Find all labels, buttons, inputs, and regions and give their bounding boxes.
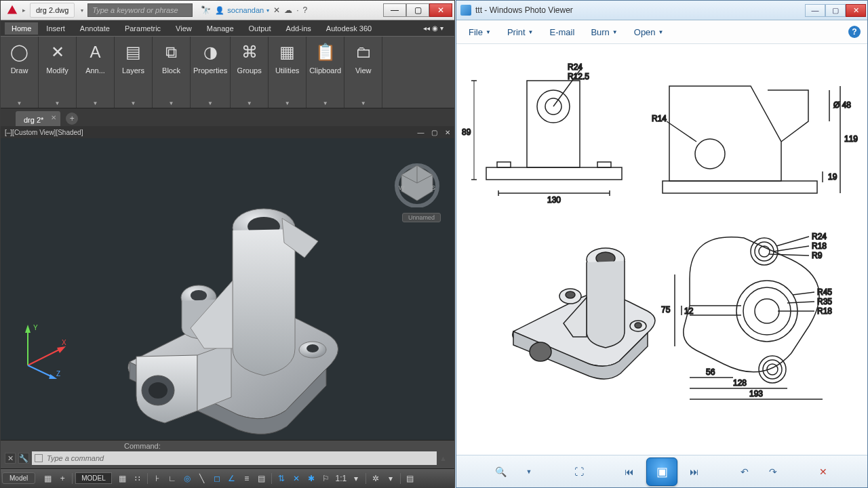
zoom-dropdown[interactable]: ▼: [517, 462, 540, 482]
ribbon-panel-view[interactable]: 🗀View▼: [344, 37, 382, 108]
ribbon-expand-icon[interactable]: ▼: [247, 100, 252, 106]
new-tab-button[interactable]: +: [66, 113, 78, 125]
modelspace-toggle[interactable]: MODEL: [75, 472, 112, 484]
ribbon-expand-icon[interactable]: ▼: [17, 100, 22, 106]
menu-file[interactable]: File▼: [469, 27, 491, 37]
qat-dropdown-icon[interactable]: ▾: [81, 7, 83, 14]
ribbon-expand-icon[interactable]: ▼: [169, 100, 174, 106]
selection-filter-icon[interactable]: ⚐: [319, 471, 333, 486]
ribbon-panel-clipboard[interactable]: 📋Clipboard▼: [307, 37, 344, 108]
menu-email[interactable]: E-mail: [550, 27, 575, 37]
qat-caret-icon[interactable]: ▸: [22, 7, 26, 14]
ribbon-panel-ann[interactable]: AAnn...▼: [77, 37, 115, 108]
help-icon[interactable]: ?: [848, 26, 861, 38]
viewport-minimize-icon[interactable]: —: [417, 129, 424, 136]
gear-icon[interactable]: ✲: [369, 471, 382, 486]
user-menu[interactable]: 👤 socnandan ▾: [215, 6, 269, 15]
menutab-home[interactable]: Home: [5, 22, 38, 35]
layout-plus-icon[interactable]: ▦: [41, 471, 54, 486]
cmd-expand-icon[interactable]: ▲: [439, 454, 450, 462]
ribbon-panel-modify[interactable]: ✕Modify▼: [39, 37, 77, 108]
osnap-icon[interactable]: ◻: [210, 471, 224, 486]
minimize-button[interactable]: —: [383, 3, 406, 17]
viewport-label[interactable]: [–][Custom View][Shaded]: [5, 129, 83, 136]
maximize-button[interactable]: ▢: [825, 4, 846, 17]
menu-burn[interactable]: Burn▼: [591, 27, 617, 37]
photo-viewer-canvas[interactable]: 89 130 R24 R12.5 R14 Ø 48 119 19: [456, 44, 867, 455]
document-tab[interactable]: drg 2* ✕: [16, 111, 60, 126]
menu-print[interactable]: Print▼: [507, 27, 534, 37]
search-input[interactable]: Type a keyword or phrase: [87, 3, 193, 17]
ribbon-panel-properties[interactable]: ◑Properties▼: [191, 37, 231, 108]
quick-access-filename[interactable]: drg 2.dwg: [30, 3, 75, 18]
polar-icon[interactable]: ◎: [180, 471, 194, 486]
menutab-annotate[interactable]: Annotate: [73, 22, 117, 35]
menutab-manage[interactable]: Manage: [200, 22, 241, 35]
rotate-ccw-button[interactable]: ↶: [733, 462, 756, 482]
cmd-close-icon[interactable]: ✕: [5, 453, 16, 464]
dynamic-ucs-icon[interactable]: ✱: [304, 471, 318, 486]
cloud-icon[interactable]: ☁: [284, 5, 292, 15]
close-button[interactable]: ✕: [429, 3, 452, 17]
help-icon[interactable]: ?: [302, 5, 307, 15]
ribbon-expand-icon[interactable]: ▼: [131, 100, 136, 106]
previous-button[interactable]: ⏮: [618, 462, 641, 482]
ribbon-panel-groups[interactable]: ⌘Groups▼: [231, 37, 269, 108]
binoculars-icon[interactable]: 🔭: [201, 5, 211, 15]
menu-open[interactable]: Open▼: [634, 27, 664, 37]
customize-icon[interactable]: ▤: [403, 471, 417, 486]
ribbon-expand-icon[interactable]: ▼: [93, 100, 98, 106]
annotation-scale[interactable]: 1:1: [334, 471, 348, 486]
ribbon-expand-icon[interactable]: ▼: [285, 100, 290, 106]
ribbon-expand-icon[interactable]: ▼: [208, 100, 213, 106]
ribbon-expand-icon[interactable]: ▼: [323, 100, 328, 106]
ribbon-panel-draw[interactable]: ◯Draw▼: [1, 37, 39, 108]
ribbon-collapse-icon[interactable]: ◂◂ ◉ ▾: [416, 22, 450, 34]
delete-button[interactable]: ✕: [812, 462, 835, 482]
menutab-output[interactable]: Output: [242, 22, 278, 35]
lineweight-icon[interactable]: ≡: [240, 471, 254, 486]
menutab-addins[interactable]: Add-ins: [279, 22, 318, 35]
ribbon-panel-utilities[interactable]: ▦Utilities▼: [269, 37, 307, 108]
zoom-out-button[interactable]: 🔍: [489, 462, 512, 482]
close-tab-icon[interactable]: ✕: [51, 114, 56, 121]
3dosnap-icon[interactable]: ✕: [290, 471, 303, 486]
viewport-maximize-icon[interactable]: ▢: [431, 129, 437, 136]
menutab-view[interactable]: View: [169, 22, 199, 35]
menutab-insert[interactable]: Insert: [39, 22, 72, 35]
drawing-canvas[interactable]: Y X Z W S Unnamed: [1, 138, 454, 440]
ribbon-icon: ⌘: [238, 41, 261, 64]
snap-icon[interactable]: ∷: [131, 471, 144, 486]
ribbon-expand-icon[interactable]: ▼: [361, 100, 366, 106]
ribbon-icon: A: [84, 41, 107, 64]
ribbon-panel-block[interactable]: ⧉Block▼: [153, 37, 191, 108]
ribbon-panel-layers[interactable]: ▤Layers▼: [115, 37, 153, 108]
add-layout-button[interactable]: +: [56, 471, 69, 486]
ribbon-label: Properties: [193, 66, 227, 75]
otrack-icon[interactable]: ∠: [225, 471, 239, 486]
next-button[interactable]: ⏭: [683, 462, 706, 482]
isoplane-icon[interactable]: ╲: [195, 471, 209, 486]
maximize-button[interactable]: ▢: [406, 3, 429, 17]
autocad-logo[interactable]: [5, 3, 20, 18]
ortho-icon[interactable]: ∟: [165, 471, 179, 486]
transparency-icon[interactable]: ▤: [255, 471, 269, 486]
view-cube[interactable]: W S Unnamed: [393, 160, 441, 207]
minimize-button[interactable]: —: [805, 4, 825, 17]
grid-icon[interactable]: ▦: [116, 471, 130, 486]
command-input[interactable]: Type a command: [32, 451, 437, 465]
viewport-close-icon[interactable]: ✕: [445, 129, 450, 136]
fit-window-button[interactable]: ⛶: [568, 462, 591, 482]
cmd-config-icon[interactable]: 🔧: [18, 453, 29, 464]
rotate-cw-button[interactable]: ↷: [762, 462, 785, 482]
selection-cycle-icon[interactable]: ⇅: [275, 471, 288, 486]
svg-text:R35: R35: [817, 297, 832, 306]
constraint-icon[interactable]: ⊦: [151, 471, 164, 486]
exchange-icon[interactable]: ✕: [273, 5, 280, 15]
ribbon-expand-icon[interactable]: ▼: [55, 100, 60, 106]
menutab-parametric[interactable]: Parametric: [118, 22, 167, 35]
menutab-autodesk360[interactable]: Autodesk 360: [319, 22, 378, 35]
close-button[interactable]: ✕: [846, 4, 866, 17]
slideshow-button[interactable]: ▣: [646, 458, 677, 486]
model-tab-button[interactable]: Model: [2, 472, 35, 484]
